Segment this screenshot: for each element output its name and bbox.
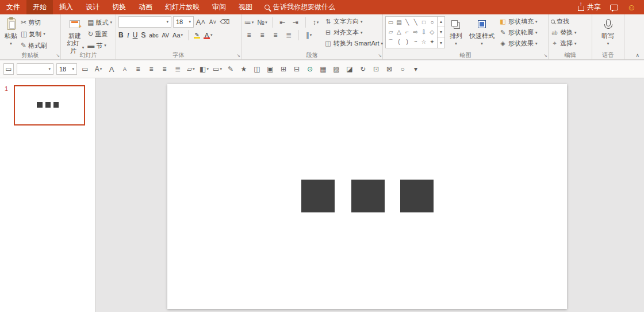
shape-gallery-item[interactable]: ⌒ bbox=[387, 39, 394, 45]
align-right-icon[interactable]: ≡ bbox=[159, 63, 170, 75]
arrange-objects-icon[interactable]: ⊞ bbox=[278, 63, 289, 75]
highlight-color-button[interactable]: ✎ bbox=[194, 32, 200, 39]
cut-button[interactable]: ✂ 剪切 bbox=[20, 17, 48, 28]
convert-smartart-button[interactable]: ◫ 转换为 SmartArt ▾ bbox=[324, 39, 383, 48]
clear-formatting-button[interactable]: ⌫ bbox=[220, 16, 230, 28]
shape-outline-button[interactable]: ✎ 形状轮廓 ▾ bbox=[499, 28, 538, 37]
shape-fill-button[interactable]: ◧ 形状填充 ▾ bbox=[499, 17, 538, 26]
line-spacing-button[interactable]: ↕ bbox=[310, 17, 321, 28]
font-color-icon[interactable]: A bbox=[93, 63, 103, 75]
dialog-launcher-icon[interactable]: ↘ bbox=[236, 53, 240, 58]
dialog-launcher-icon[interactable]: ↘ bbox=[378, 53, 382, 58]
chart-icon[interactable]: ◪ bbox=[344, 63, 355, 75]
shape-gallery-item[interactable]: ▱ bbox=[387, 29, 394, 36]
paste-button[interactable]: 粘贴 ▾ bbox=[2, 16, 20, 48]
align-left-button[interactable]: ≡ bbox=[244, 29, 254, 41]
shape-gallery-item[interactable]: ⌐ bbox=[404, 29, 411, 36]
slide-shape-rect[interactable] bbox=[301, 180, 335, 212]
quick-styles-button[interactable]: 快速样式 ▾ bbox=[467, 16, 497, 48]
increase-font-button[interactable]: A˄ bbox=[195, 16, 206, 28]
shape-gallery-icon[interactable]: ▱ bbox=[186, 63, 196, 75]
tab-animations[interactable]: 动画 bbox=[132, 0, 159, 14]
tab-design[interactable]: 设计 bbox=[79, 0, 106, 14]
new-slide-button[interactable]: 新建 幻灯片 ▾ bbox=[63, 16, 86, 56]
decrease-font-button[interactable]: A˅ bbox=[208, 16, 218, 28]
effects-star-icon[interactable]: ★ bbox=[239, 63, 249, 75]
shape-gallery-item[interactable]: ) bbox=[404, 39, 411, 45]
shape-fill-icon[interactable]: ◧ bbox=[199, 63, 209, 75]
more-tools-icon[interactable]: ▾ bbox=[411, 63, 421, 75]
paste-object-icon[interactable]: ▣ bbox=[265, 63, 275, 75]
comments-icon[interactable] bbox=[610, 5, 618, 10]
slide-layout-mini-button[interactable]: ▭ bbox=[3, 63, 14, 75]
bold-button[interactable]: B bbox=[118, 31, 124, 39]
collapse-ribbon-icon[interactable]: ∧ bbox=[635, 52, 639, 58]
slide-page[interactable] bbox=[167, 84, 567, 309]
select-button[interactable]: ⌖ 选择 ▾ bbox=[551, 39, 589, 48]
group-objects-icon[interactable]: ⊡ bbox=[371, 63, 381, 75]
shape-gallery-item[interactable]: ▤ bbox=[395, 19, 402, 26]
picture-icon[interactable]: ▨ bbox=[331, 63, 342, 75]
underline-button[interactable]: U bbox=[133, 31, 138, 39]
align-left-icon[interactable]: ≡ bbox=[133, 63, 143, 75]
shape-gallery-item[interactable]: ▭ bbox=[387, 19, 394, 26]
character-spacing-button[interactable]: AV bbox=[162, 32, 169, 39]
tab-insert[interactable]: 插入 bbox=[53, 0, 79, 14]
shape-gallery-item[interactable]: ○ bbox=[428, 19, 436, 26]
text-shadow-button[interactable]: S bbox=[141, 31, 145, 39]
rotate-icon[interactable]: ↻ bbox=[358, 63, 368, 75]
font-name-combo[interactable]: ▾ bbox=[118, 16, 171, 28]
screenshot-camera-icon[interactable]: ⊙ bbox=[305, 63, 315, 75]
shape-gallery-item[interactable]: △ bbox=[395, 29, 402, 36]
shape-gallery-item[interactable]: ⇩ bbox=[420, 29, 428, 36]
strikethrough-button[interactable]: abc bbox=[149, 32, 158, 39]
shape-gallery-item[interactable]: ◇ bbox=[428, 29, 436, 36]
shape-gallery-item[interactable]: ⇨ bbox=[412, 29, 419, 36]
shape-gallery-item[interactable]: ╲ bbox=[404, 19, 411, 26]
gallery-more-icon[interactable]: ▼ bbox=[438, 37, 444, 48]
columns-button[interactable]: ∥ bbox=[304, 29, 314, 41]
copy-object-icon[interactable]: ◫ bbox=[252, 63, 262, 75]
gallery-scroll-down-icon[interactable]: ▼ bbox=[438, 26, 444, 37]
tab-view[interactable]: 视图 bbox=[232, 0, 259, 14]
table-icon[interactable]: ▦ bbox=[318, 63, 328, 75]
justify-button[interactable]: ≣ bbox=[283, 29, 294, 41]
align-center-icon[interactable]: ≡ bbox=[146, 63, 156, 75]
font-color-button[interactable]: A ▾ bbox=[204, 32, 213, 39]
shape-gallery-item[interactable]: ☆ bbox=[420, 39, 428, 45]
font-size-combo[interactable]: 18 ▾ bbox=[173, 16, 194, 28]
reset-button[interactable]: ↻ 重置 bbox=[86, 28, 113, 40]
find-button[interactable]: 查找 bbox=[551, 17, 589, 26]
tab-transitions[interactable]: 切换 bbox=[106, 0, 132, 14]
dialog-launcher-icon[interactable]: ↘ bbox=[56, 53, 60, 58]
distribute-objects-icon[interactable]: ⊟ bbox=[292, 63, 302, 75]
slide-shape-rect[interactable] bbox=[400, 180, 434, 212]
dialog-launcher-icon[interactable]: ↘ bbox=[543, 53, 547, 58]
replace-button[interactable]: ab 替换 ▾ bbox=[551, 28, 589, 37]
increase-indent-button[interactable]: ⇥ bbox=[290, 17, 301, 28]
gallery-scroll-up-icon[interactable]: ▲ bbox=[438, 17, 444, 26]
format-painter-icon[interactable]: ✎ bbox=[225, 63, 236, 75]
tab-review[interactable]: 审阅 bbox=[206, 0, 232, 14]
change-case-button[interactable]: Aa ▾ bbox=[172, 32, 183, 39]
quick-font-size-combo[interactable]: 18 ▾ bbox=[56, 63, 77, 75]
layout-button[interactable]: ▤ 版式 ▾ bbox=[86, 17, 113, 28]
shape-gallery-item[interactable]: ( bbox=[395, 39, 402, 45]
share-button[interactable]: 共享 bbox=[578, 2, 601, 12]
quick-font-name-combo[interactable]: ▾ bbox=[17, 63, 53, 75]
decrease-indent-button[interactable]: ⇤ bbox=[277, 17, 288, 28]
shape-gallery-item[interactable]: ~ bbox=[412, 39, 419, 45]
ellipse-tool-icon[interactable]: ○ bbox=[397, 63, 408, 75]
format-painter-button[interactable]: ✎ 格式刷 bbox=[20, 40, 48, 51]
shape-outline-icon[interactable]: ▭ bbox=[212, 63, 223, 75]
tab-home[interactable]: 开始 bbox=[26, 0, 53, 14]
slide-thumbnail-1[interactable] bbox=[14, 85, 85, 125]
arrange-button[interactable]: 排列 ▾ bbox=[447, 16, 465, 48]
dictate-button[interactable]: 听写 ▾ bbox=[595, 16, 622, 48]
align-text-button[interactable]: ⊟ 对齐文本 ▾ bbox=[324, 28, 383, 37]
copy-button[interactable]: ◫ 复制 ▾ bbox=[20, 28, 48, 40]
feedback-smiley-icon[interactable]: ☺ bbox=[627, 3, 636, 12]
tell-me-search[interactable]: 告诉我你想要做什么 bbox=[264, 0, 335, 14]
italic-button[interactable]: I bbox=[127, 31, 129, 40]
ungroup-objects-icon[interactable]: ⊠ bbox=[384, 63, 394, 75]
